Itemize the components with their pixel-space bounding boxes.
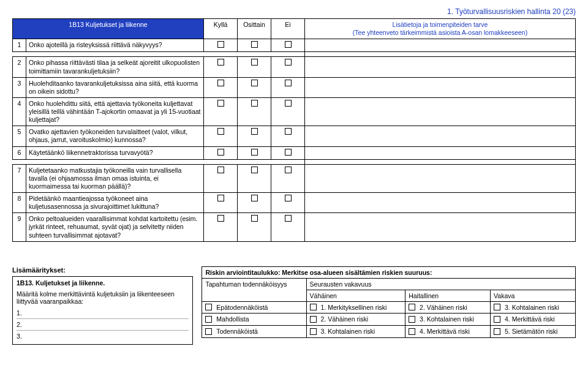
- checkbox-icon[interactable]: [251, 149, 258, 156]
- checkbox-icon[interactable]: [285, 59, 292, 66]
- risk-cell[interactable]: 2. Vähäinen riski: [306, 314, 405, 326]
- checkbox-icon[interactable]: [494, 304, 500, 310]
- checkbox-icon[interactable]: [285, 41, 292, 48]
- checkbox-cell[interactable]: [238, 77, 271, 97]
- checkbox-icon[interactable]: [205, 304, 212, 310]
- checkbox-cell[interactable]: [204, 213, 238, 241]
- checkbox-icon[interactable]: [285, 167, 292, 173]
- risk-prob-label[interactable]: Epätodennäköistä: [202, 301, 306, 314]
- risk-cell[interactable]: 4. Merkittävä riski: [491, 314, 576, 326]
- checkbox-cell[interactable]: [204, 39, 238, 52]
- checkbox-icon[interactable]: [251, 215, 258, 222]
- checkbox-icon[interactable]: [285, 195, 292, 201]
- checkbox-icon[interactable]: [217, 80, 224, 86]
- checkbox-cell[interactable]: [271, 213, 305, 241]
- checkbox-cell[interactable]: [204, 146, 238, 159]
- row-num: 5: [13, 126, 26, 146]
- checkbox-cell[interactable]: [271, 39, 305, 52]
- risk-col-label: Vähäinen: [306, 290, 405, 301]
- checkbox-cell[interactable]: [271, 97, 305, 126]
- checkbox-icon[interactable]: [285, 215, 292, 222]
- checkbox-cell[interactable]: [271, 193, 305, 213]
- checkbox-cell[interactable]: [238, 164, 271, 192]
- checkbox-cell[interactable]: [204, 193, 238, 213]
- info-cell[interactable]: [305, 97, 576, 126]
- checkbox-icon[interactable]: [310, 304, 317, 310]
- checkbox-icon[interactable]: [409, 304, 415, 310]
- checkbox-icon[interactable]: [217, 41, 224, 48]
- checkbox-icon[interactable]: [285, 80, 292, 86]
- checkbox-icon[interactable]: [217, 195, 224, 201]
- checkbox-icon[interactable]: [251, 59, 258, 66]
- checkbox-cell[interactable]: [238, 146, 271, 159]
- checkbox-cell[interactable]: [238, 193, 271, 213]
- hazard-line[interactable]: 2.: [17, 318, 189, 330]
- checkbox-icon[interactable]: [251, 167, 258, 173]
- risk-cell[interactable]: 3. Kohtalainen riski: [491, 301, 576, 314]
- checkbox-cell[interactable]: [271, 57, 305, 77]
- info-cell[interactable]: [305, 146, 576, 159]
- checkbox-cell[interactable]: [271, 146, 305, 159]
- hazard-line[interactable]: 3.: [17, 330, 189, 342]
- checkbox-icon[interactable]: [205, 328, 212, 335]
- checkbox-icon[interactable]: [494, 328, 500, 335]
- hazard-list: 1.2.3.: [17, 307, 189, 342]
- lisam-box: 1B13. Kuljetukset ja liikenne. Määritä k…: [12, 276, 193, 345]
- checkbox-cell[interactable]: [238, 97, 271, 126]
- checkbox-icon[interactable]: [285, 128, 292, 135]
- risk-prob-label[interactable]: Todennäköistä: [202, 326, 306, 338]
- checkbox-icon[interactable]: [217, 167, 224, 173]
- checkbox-cell[interactable]: [238, 39, 271, 52]
- info-cell[interactable]: [305, 193, 576, 213]
- checkbox-icon[interactable]: [217, 100, 224, 107]
- checkbox-cell[interactable]: [238, 57, 271, 77]
- hazard-line[interactable]: 1.: [17, 307, 189, 318]
- lower-section: Lisämääritykset: 1B13. Kuljetukset ja li…: [12, 266, 576, 345]
- checkbox-icon[interactable]: [251, 80, 258, 86]
- col-kylla: Kyllä: [204, 19, 238, 39]
- checkbox-cell[interactable]: [271, 77, 305, 97]
- risk-col-label: Vakava: [491, 290, 576, 301]
- checkbox-icon[interactable]: [251, 100, 258, 107]
- risk-cell[interactable]: 3. Kohtalainen riski: [405, 314, 491, 326]
- checkbox-cell[interactable]: [238, 126, 271, 146]
- checkbox-icon[interactable]: [494, 316, 500, 323]
- col-ei: Ei: [271, 19, 305, 39]
- checkbox-icon[interactable]: [409, 316, 415, 323]
- checkbox-cell[interactable]: [271, 126, 305, 146]
- risk-prob-label[interactable]: Mahdollista: [202, 314, 306, 326]
- checkbox-cell[interactable]: [204, 77, 238, 97]
- risk-cell[interactable]: 3. Kohtalainen riski: [306, 326, 405, 338]
- checkbox-icon[interactable]: [409, 328, 415, 335]
- checkbox-icon[interactable]: [310, 328, 317, 335]
- checkbox-cell[interactable]: [204, 57, 238, 77]
- checkbox-icon[interactable]: [217, 128, 224, 135]
- checkbox-icon[interactable]: [251, 128, 258, 135]
- info-cell[interactable]: [305, 213, 576, 241]
- info-cell[interactable]: [305, 77, 576, 97]
- checkbox-cell[interactable]: [238, 213, 271, 241]
- checkbox-icon[interactable]: [251, 195, 258, 201]
- info-cell[interactable]: [305, 164, 576, 192]
- checkbox-icon[interactable]: [205, 316, 212, 323]
- checkbox-cell[interactable]: [271, 164, 305, 192]
- risk-cell[interactable]: 5. Sietämätön riski: [491, 326, 576, 338]
- checkbox-icon[interactable]: [285, 100, 292, 107]
- checkbox-cell[interactable]: [204, 97, 238, 126]
- info-cell[interactable]: [305, 126, 576, 146]
- risk-cell[interactable]: 1. Merkityksellinen riski: [306, 301, 405, 314]
- info-cell[interactable]: [305, 57, 576, 77]
- checkbox-icon[interactable]: [217, 59, 224, 66]
- checkbox-icon[interactable]: [217, 149, 224, 156]
- checkbox-icon[interactable]: [285, 149, 292, 156]
- checkbox-icon[interactable]: [251, 41, 258, 48]
- checkbox-cell[interactable]: [204, 164, 238, 192]
- lisam-block: Lisämääritykset: 1B13. Kuljetukset ja li…: [12, 266, 193, 345]
- risk-cell[interactable]: 4. Merkittävä riski: [405, 326, 491, 338]
- risk-cell[interactable]: 2. Vähäinen riski: [405, 301, 491, 314]
- checkbox-icon[interactable]: [217, 215, 224, 222]
- checkbox-icon[interactable]: [310, 316, 317, 323]
- checkbox-cell[interactable]: [204, 126, 238, 146]
- question-text: Onko peltoalueiden vaarallisimmat kohdat…: [26, 213, 204, 241]
- info-cell[interactable]: [305, 39, 576, 52]
